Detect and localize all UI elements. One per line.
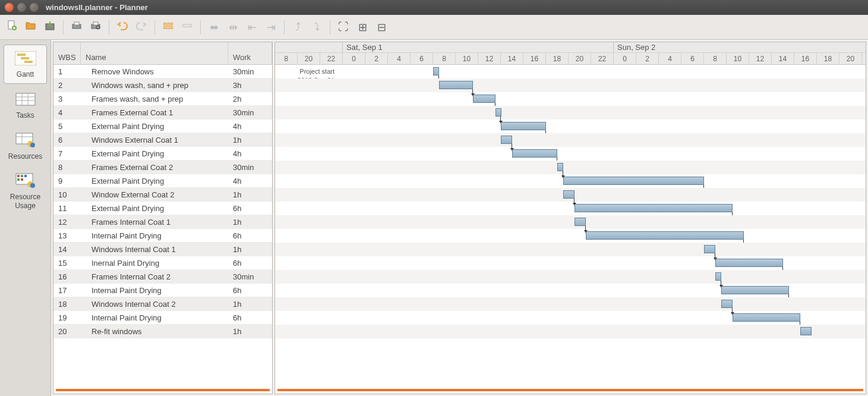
- gantt-bar[interactable]: [733, 313, 800, 322]
- header-work[interactable]: Work: [228, 42, 272, 64]
- cell-wbs: 3: [53, 95, 81, 103]
- redo-button[interactable]: [133, 19, 150, 36]
- close-icon[interactable]: [5, 3, 14, 12]
- minimize-icon[interactable]: [17, 3, 26, 12]
- outdent-button[interactable]: ⇥: [263, 19, 279, 36]
- hour-header: 2: [636, 53, 659, 65]
- zoom-in-button[interactable]: ⊞: [354, 19, 371, 36]
- move-up-button[interactable]: ⤴: [289, 19, 306, 36]
- task-table-body[interactable]: 1Remove Windows30min2Windows wash, sand …: [53, 65, 272, 389]
- svg-rect-12: [17, 54, 26, 56]
- hour-header: 20: [569, 53, 591, 65]
- table-row[interactable]: 16Frames Internal Coat 230min: [53, 270, 272, 284]
- remove-task-button[interactable]: [179, 19, 195, 36]
- hour-header: 6: [681, 53, 704, 65]
- new-file-button[interactable]: [4, 19, 20, 36]
- gantt-bar[interactable]: [563, 177, 705, 185]
- gantt-bar[interactable]: [800, 327, 812, 335]
- table-row[interactable]: 9External Paint Drying4h: [53, 174, 272, 188]
- zoom-out-icon: ⊟: [377, 21, 386, 34]
- indent-button[interactable]: ⇤: [244, 19, 260, 36]
- header-name[interactable]: Name: [81, 42, 228, 64]
- table-row[interactable]: 1Remove Windows30min: [53, 65, 272, 78]
- table-row[interactable]: 18Windows Internal Coat 21h: [53, 297, 272, 311]
- gantt-bar[interactable]: [557, 163, 563, 171]
- cell-wbs: 16: [53, 272, 81, 281]
- undo-button[interactable]: [114, 19, 131, 36]
- zoom-fit-button[interactable]: ⛶: [335, 19, 352, 36]
- gantt-bar[interactable]: [721, 286, 789, 294]
- gantt-bar[interactable]: [433, 67, 439, 76]
- link-task-button[interactable]: ⬌: [206, 19, 222, 36]
- table-row[interactable]: 2Windows wash, sand + prep3h: [53, 78, 272, 92]
- gantt-bar[interactable]: [704, 245, 715, 253]
- gantt-row: [275, 161, 866, 174]
- table-row[interactable]: 20Re-fit windows1h: [53, 325, 272, 338]
- day-header: Sat, Sep 1: [343, 42, 614, 53]
- table-row[interactable]: 12Frames Internal Coat 11h: [53, 215, 272, 229]
- gantt-bar[interactable]: [495, 108, 501, 117]
- table-scrollbar[interactable]: [56, 389, 270, 391]
- gantt-bar[interactable]: [501, 136, 512, 144]
- sidebar-item-tasks[interactable]: Tasks: [0, 86, 50, 124]
- insert-task-icon: [162, 20, 174, 34]
- cell-name: Internal Paint Drying: [81, 231, 228, 240]
- print-preview-button[interactable]: [87, 19, 104, 36]
- gantt-bar[interactable]: [721, 300, 733, 308]
- gantt-bar[interactable]: [575, 218, 586, 226]
- gantt-scrollbar[interactable]: [277, 389, 863, 391]
- table-row[interactable]: 5External Paint Drying4h: [53, 120, 272, 133]
- toolbar: ⬌ ⇹ ⇤ ⇥ ⤴ ⤵ ⛶ ⊞ ⊟: [0, 15, 868, 40]
- unlink-task-button[interactable]: ⇹: [225, 19, 241, 36]
- cell-work: 2h: [228, 95, 272, 103]
- cell-work: 3h: [228, 81, 272, 90]
- gantt-bar[interactable]: [512, 149, 557, 158]
- sidebar-label: Gantt: [17, 70, 34, 78]
- print-button[interactable]: [68, 19, 85, 36]
- table-row[interactable]: 7External Paint Drying4h: [53, 147, 272, 161]
- gantt-row: [275, 229, 866, 243]
- hour-header: 8: [433, 53, 456, 65]
- gantt-bar[interactable]: [715, 259, 783, 267]
- gantt-header: Sat, Sep 1Sun, Sep 282022024681012141618…: [275, 42, 866, 65]
- table-row[interactable]: 11External Paint Drying6h: [53, 202, 272, 215]
- gantt-bar[interactable]: [563, 190, 575, 199]
- header-wbs[interactable]: WBS: [53, 42, 81, 64]
- window-title: windowsII.planner - Planner: [46, 3, 148, 12]
- gantt-bar[interactable]: [715, 272, 721, 281]
- table-row[interactable]: 15Inernal Paint Drying6h: [53, 256, 272, 270]
- hour-header: 0: [614, 53, 636, 65]
- table-row[interactable]: 8Frames External Coat 230min: [53, 161, 272, 174]
- gantt-bar[interactable]: [473, 95, 495, 103]
- zoom-out-button[interactable]: ⊟: [373, 19, 390, 36]
- hour-header: 14: [772, 53, 794, 65]
- gantt-bar[interactable]: [439, 81, 473, 89]
- hour-header: 16: [523, 53, 546, 65]
- move-down-button[interactable]: ⤵: [308, 19, 325, 36]
- table-row[interactable]: 14Windows Internal Coat 11h: [53, 243, 272, 256]
- hour-header: 22: [862, 53, 866, 65]
- move-up-icon: ⤴: [295, 21, 301, 33]
- table-row[interactable]: 13Internal Paint Drying6h: [53, 229, 272, 243]
- table-row[interactable]: 6Windows External Coat 11h: [53, 133, 272, 147]
- insert-task-button[interactable]: [160, 19, 176, 36]
- table-row[interactable]: 19Internal Paint Drying6h: [53, 311, 272, 325]
- table-row[interactable]: 3Frames wash, sand + prep2h: [53, 92, 272, 106]
- sidebar-item-resources[interactable]: Resources: [0, 127, 50, 165]
- table-row[interactable]: 4Frames External Coat 130min: [53, 106, 272, 120]
- gantt-body[interactable]: Project start2012 Sep 01: [275, 65, 866, 389]
- cell-wbs: 9: [53, 177, 81, 186]
- maximize-icon[interactable]: [30, 3, 39, 12]
- open-file-button[interactable]: [23, 19, 39, 36]
- sidebar-item-resource-usage[interactable]: Resource Usage: [0, 168, 50, 215]
- sidebar-item-gantt[interactable]: Gantt: [4, 45, 47, 84]
- gantt-bar[interactable]: [575, 204, 733, 212]
- gantt-bar[interactable]: [501, 122, 546, 130]
- save-button[interactable]: [42, 19, 58, 36]
- gantt-row: [275, 78, 866, 92]
- table-row[interactable]: 17Internal Paint Drying6h: [53, 284, 272, 297]
- gantt-bar[interactable]: [586, 231, 744, 240]
- table-row[interactable]: 10Window External Coat 21h: [53, 188, 272, 202]
- day-header: Sun, Sep 2: [614, 42, 866, 53]
- cell-wbs: 20: [53, 327, 81, 336]
